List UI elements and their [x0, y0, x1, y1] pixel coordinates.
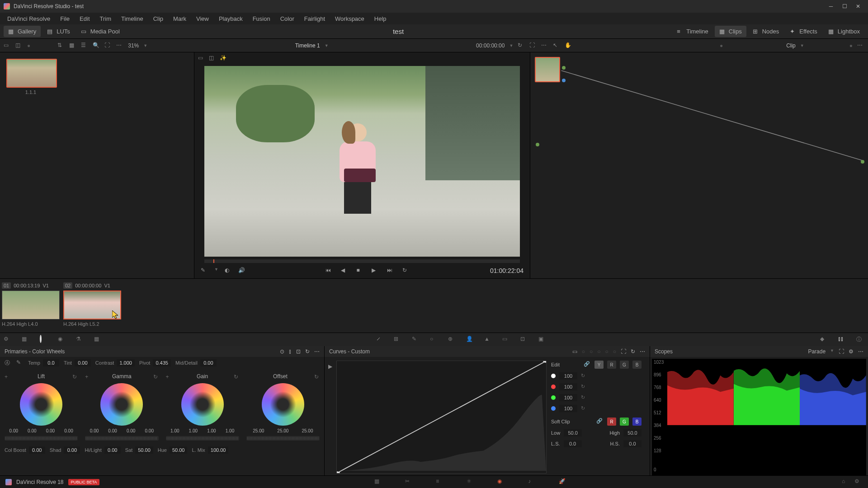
camera-raw-icon[interactable]: ⚙ [4, 336, 12, 344]
chevron-down-icon[interactable]: ▼ [509, 43, 513, 48]
page-deliver-icon[interactable]: 🚀 [559, 478, 567, 486]
scopes-icon[interactable]: ⫿⫿ [838, 336, 846, 344]
last-frame-icon[interactable]: ⏭ [387, 267, 394, 274]
unmix-icon[interactable]: ◐ [225, 267, 232, 274]
menu-playback[interactable]: Playback [214, 14, 247, 24]
stop-icon[interactable]: ■ [356, 267, 363, 274]
rgb-mixer-icon[interactable]: ⚗ [76, 336, 84, 344]
softclip-ls[interactable]: 0.0 [564, 440, 582, 447]
menu-fairlight[interactable]: Fairlight [300, 14, 330, 24]
more-icon[interactable]: ⋯ [858, 348, 863, 355]
motion-icon[interactable]: ▦ [94, 336, 102, 344]
curves-mode-3-icon[interactable]: ○ [590, 348, 593, 355]
curve-editor[interactable] [336, 361, 547, 474]
softclip-b[interactable]: B [632, 418, 642, 426]
wheels-mode-icon[interactable]: ⊙ [280, 348, 284, 355]
lmix-value[interactable]: 100.00 [208, 446, 229, 454]
channel-b[interactable]: B [632, 361, 642, 369]
gain-wheel[interactable] [181, 383, 224, 426]
channel-g[interactable]: G [620, 361, 629, 369]
hilight-value[interactable]: 0.00 [104, 446, 121, 454]
page-color-icon[interactable]: ◉ [497, 478, 505, 486]
page-media-icon[interactable]: ▦ [374, 478, 382, 486]
search-icon[interactable]: 🔍 [93, 42, 100, 49]
temp-value[interactable]: 0.0 [43, 359, 59, 366]
curves-icon[interactable]: ⟋ [376, 336, 384, 344]
mute-icon[interactable]: 🔊 [238, 267, 245, 274]
channel-r[interactable]: R [607, 361, 616, 369]
intensity-r[interactable]: 100 [559, 383, 577, 390]
warper-icon[interactable]: ⊞ [394, 336, 402, 344]
ws-clips[interactable]: ▦Clips [715, 26, 746, 37]
fullscreen-icon[interactable]: ⛶ [529, 42, 537, 49]
prev-frame-icon[interactable]: ◀ [341, 267, 348, 274]
softclip-low[interactable]: 50.0 [564, 429, 582, 436]
reset-icon[interactable]: ↻ [581, 394, 587, 401]
node-output-dot[interactable] [562, 66, 566, 70]
menu-file[interactable]: File [56, 14, 74, 24]
eyedropper-icon[interactable]: ✎ [201, 267, 208, 274]
reset-icon[interactable]: ↻ [234, 374, 239, 379]
softclip-r[interactable]: R [607, 418, 616, 426]
tree-input-dot[interactable] [536, 143, 539, 146]
split-icon[interactable]: ◫ [15, 42, 23, 49]
softclip-hs[interactable]: 0.0 [623, 440, 642, 447]
offset-wheel[interactable] [262, 383, 304, 426]
minimize-button[interactable]: ─ [828, 4, 834, 9]
page-edit-icon[interactable]: ≡ [436, 478, 444, 486]
sizing-icon[interactable]: ⊡ [520, 336, 528, 344]
refresh-icon[interactable]: ↻ [518, 42, 525, 49]
menu-timeline[interactable]: Timeline [117, 14, 148, 24]
scopes-mode[interactable]: Parade [808, 348, 826, 355]
pointer-icon[interactable]: ↖ [553, 42, 560, 49]
magic-mask-icon[interactable]: 👤 [466, 336, 474, 344]
maximize-button[interactable]: ☐ [842, 4, 847, 9]
keyframe-icon[interactable]: ◆ [820, 336, 828, 344]
timeline-name[interactable]: Timeline 1 [295, 42, 320, 49]
shad-value[interactable]: 0.00 [64, 446, 80, 454]
sat-value[interactable]: 50.00 [135, 446, 153, 454]
menu-trim[interactable]: Trim [95, 14, 116, 24]
offset-master[interactable] [246, 436, 320, 441]
highlight-icon[interactable]: ▭ [198, 55, 204, 61]
page-fairlight-icon[interactable]: ♪ [528, 478, 536, 486]
reset-icon[interactable]: ↻ [153, 374, 159, 379]
more-icon[interactable]: ⋯ [541, 42, 548, 49]
chevron-down-icon[interactable]: ▼ [143, 43, 147, 48]
home-icon[interactable]: ⌂ [842, 478, 850, 486]
play-icon[interactable]: ▶ [372, 267, 379, 274]
plus-icon[interactable]: + [5, 374, 10, 379]
reset-icon[interactable]: ↻ [314, 374, 320, 379]
viewer-scrubber[interactable] [204, 259, 520, 263]
qualifier-icon[interactable]: ✎ [412, 336, 420, 344]
play-icon[interactable]: ▶ [328, 363, 332, 370]
key-icon[interactable]: ▭ [502, 336, 510, 344]
clip-mode[interactable]: Clip [786, 42, 796, 49]
hand-icon[interactable]: ✋ [565, 42, 572, 49]
curves-mode-2-icon[interactable]: ○ [582, 348, 585, 355]
auto-icon[interactable]: Ⓐ [5, 359, 12, 366]
ws-mediapool[interactable]: ▭Media Pool [76, 26, 124, 37]
reset-icon[interactable]: ↻ [581, 405, 587, 412]
menu-davinci[interactable]: DaVinci Resolve [3, 14, 55, 24]
info-icon[interactable]: ⓘ [856, 336, 864, 344]
ws-timeline[interactable]: ≡Timeline [672, 26, 713, 37]
curves-mode-6-icon[interactable]: ○ [613, 348, 616, 355]
menu-clip[interactable]: Clip [149, 14, 168, 24]
zoom-level[interactable]: 31% [128, 42, 139, 49]
lift-master[interactable] [5, 436, 78, 441]
close-button[interactable]: ✕ [855, 4, 861, 9]
curves-mode-4-icon[interactable]: ○ [597, 348, 600, 355]
lift-wheel[interactable] [20, 383, 62, 426]
contrast-value[interactable]: 1.000 [117, 359, 135, 366]
settings-icon[interactable]: ⚙ [849, 348, 854, 355]
ws-effects[interactable]: ✦Effects [785, 26, 822, 37]
menu-fusion[interactable]: Fusion [248, 14, 275, 24]
clip-2[interactable]: 02 00:00:00:00 V1 H.264 High L5.2 [63, 282, 121, 330]
sort-icon[interactable]: ⇅ [57, 42, 65, 49]
colboost-value[interactable]: 0.00 [29, 446, 45, 454]
ws-luts[interactable]: ▤LUTs [42, 26, 75, 37]
expand-icon[interactable]: ⛶ [621, 348, 626, 355]
ws-lightbox[interactable]: ▦Lightbox [824, 26, 864, 37]
menu-help[interactable]: Help [370, 14, 391, 24]
